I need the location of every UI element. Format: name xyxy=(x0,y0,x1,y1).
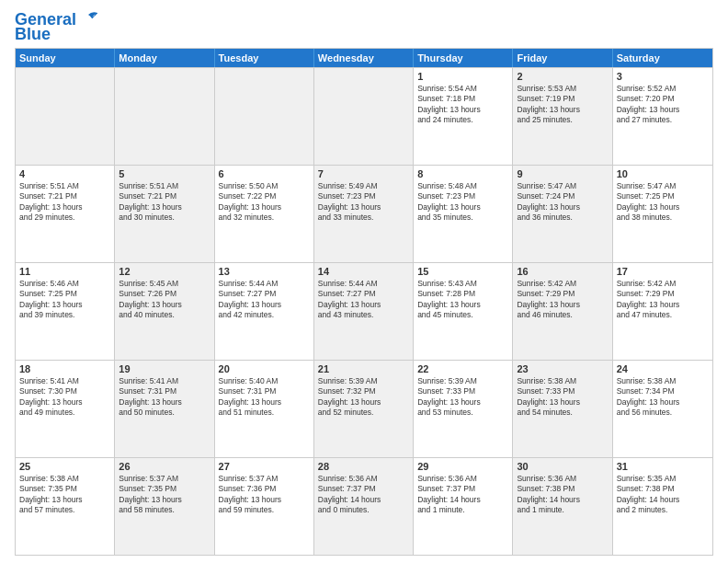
day-info: Sunrise: 5:48 AM Sunset: 7:23 PM Dayligh… xyxy=(417,181,508,224)
day-info: Sunrise: 5:42 AM Sunset: 7:29 PM Dayligh… xyxy=(617,279,709,321)
cal-cell-3-6: 24Sunrise: 5:38 AM Sunset: 7:34 PM Dayli… xyxy=(613,361,712,457)
page: General Blue SundayMondayTuesdayWednesda… xyxy=(0,0,728,563)
day-info: Sunrise: 5:39 AM Sunset: 7:32 PM Dayligh… xyxy=(318,376,409,419)
cal-cell-3-1: 19Sunrise: 5:41 AM Sunset: 7:31 PM Dayli… xyxy=(115,361,214,457)
cal-cell-4-5: 30Sunrise: 5:36 AM Sunset: 7:38 PM Dayli… xyxy=(513,458,612,555)
day-info: Sunrise: 5:41 AM Sunset: 7:30 PM Dayligh… xyxy=(19,376,110,419)
day-number: 5 xyxy=(119,168,210,179)
cal-cell-0-4: 1Sunrise: 5:54 AM Sunset: 7:18 PM Daylig… xyxy=(414,68,513,165)
cal-cell-1-6: 10Sunrise: 5:47 AM Sunset: 7:25 PM Dayli… xyxy=(613,166,712,262)
cal-cell-3-5: 23Sunrise: 5:38 AM Sunset: 7:33 PM Dayli… xyxy=(513,361,612,457)
logo-blue: Blue xyxy=(15,26,51,42)
cal-cell-4-1: 26Sunrise: 5:37 AM Sunset: 7:35 PM Dayli… xyxy=(115,458,214,555)
cal-cell-0-1 xyxy=(115,68,214,165)
cal-cell-4-6: 31Sunrise: 5:35 AM Sunset: 7:38 PM Dayli… xyxy=(613,458,712,555)
week-row-0: 1Sunrise: 5:54 AM Sunset: 7:18 PM Daylig… xyxy=(16,67,712,165)
cal-cell-3-4: 22Sunrise: 5:39 AM Sunset: 7:33 PM Dayli… xyxy=(414,361,513,457)
header-cell-monday: Monday xyxy=(115,49,214,67)
day-info: Sunrise: 5:44 AM Sunset: 7:27 PM Dayligh… xyxy=(318,279,409,321)
cal-cell-1-3: 7Sunrise: 5:49 AM Sunset: 7:23 PM Daylig… xyxy=(314,166,414,262)
day-number: 26 xyxy=(119,461,210,472)
cal-cell-2-0: 11Sunrise: 5:46 AM Sunset: 7:25 PM Dayli… xyxy=(16,263,115,360)
cal-cell-1-4: 8Sunrise: 5:48 AM Sunset: 7:23 PM Daylig… xyxy=(414,166,513,262)
day-number: 10 xyxy=(617,168,709,179)
cal-cell-0-6: 3Sunrise: 5:52 AM Sunset: 7:20 PM Daylig… xyxy=(613,68,712,165)
calendar-header: SundayMondayTuesdayWednesdayThursdayFrid… xyxy=(16,49,712,67)
day-number: 29 xyxy=(417,461,508,472)
day-number: 20 xyxy=(219,363,310,374)
day-number: 15 xyxy=(417,266,508,277)
day-number: 13 xyxy=(219,266,310,277)
cal-cell-2-6: 17Sunrise: 5:42 AM Sunset: 7:29 PM Dayli… xyxy=(613,263,712,360)
cal-cell-3-0: 18Sunrise: 5:41 AM Sunset: 7:30 PM Dayli… xyxy=(16,361,115,457)
cal-cell-2-5: 16Sunrise: 5:42 AM Sunset: 7:29 PM Dayli… xyxy=(513,263,612,360)
day-number: 23 xyxy=(517,363,608,374)
cal-cell-2-4: 15Sunrise: 5:43 AM Sunset: 7:28 PM Dayli… xyxy=(414,263,513,360)
cal-cell-2-1: 12Sunrise: 5:45 AM Sunset: 7:26 PM Dayli… xyxy=(115,263,214,360)
day-number: 16 xyxy=(517,266,608,277)
day-number: 25 xyxy=(19,461,110,472)
day-number: 17 xyxy=(617,266,709,277)
cal-cell-1-1: 5Sunrise: 5:51 AM Sunset: 7:21 PM Daylig… xyxy=(115,166,214,262)
day-number: 4 xyxy=(19,168,110,179)
logo: General Blue xyxy=(15,11,99,42)
day-number: 28 xyxy=(318,461,409,472)
cal-cell-2-2: 13Sunrise: 5:44 AM Sunset: 7:27 PM Dayli… xyxy=(215,263,314,360)
calendar: SundayMondayTuesdayWednesdayThursdayFrid… xyxy=(15,48,713,556)
day-info: Sunrise: 5:50 AM Sunset: 7:22 PM Dayligh… xyxy=(219,181,310,224)
day-number: 6 xyxy=(219,168,310,179)
cal-cell-1-5: 9Sunrise: 5:47 AM Sunset: 7:24 PM Daylig… xyxy=(513,166,612,262)
header-cell-thursday: Thursday xyxy=(414,49,513,67)
day-number: 7 xyxy=(318,168,409,179)
week-row-2: 11Sunrise: 5:46 AM Sunset: 7:25 PM Dayli… xyxy=(16,262,712,360)
header-cell-saturday: Saturday xyxy=(613,49,712,67)
day-info: Sunrise: 5:36 AM Sunset: 7:38 PM Dayligh… xyxy=(517,474,608,516)
header-cell-tuesday: Tuesday xyxy=(215,49,314,67)
day-number: 2 xyxy=(517,71,608,82)
day-number: 1 xyxy=(417,71,508,82)
day-number: 11 xyxy=(19,266,110,277)
logo-bird-icon xyxy=(79,11,99,28)
day-info: Sunrise: 5:52 AM Sunset: 7:20 PM Dayligh… xyxy=(617,84,709,126)
header-cell-sunday: Sunday xyxy=(16,49,115,67)
day-number: 22 xyxy=(417,363,508,374)
cal-cell-0-5: 2Sunrise: 5:53 AM Sunset: 7:19 PM Daylig… xyxy=(513,68,612,165)
week-row-1: 4Sunrise: 5:51 AM Sunset: 7:21 PM Daylig… xyxy=(16,165,712,262)
day-info: Sunrise: 5:40 AM Sunset: 7:31 PM Dayligh… xyxy=(219,376,310,419)
day-info: Sunrise: 5:49 AM Sunset: 7:23 PM Dayligh… xyxy=(318,181,409,224)
day-number: 27 xyxy=(219,461,310,472)
day-info: Sunrise: 5:35 AM Sunset: 7:38 PM Dayligh… xyxy=(617,474,709,516)
day-info: Sunrise: 5:44 AM Sunset: 7:27 PM Dayligh… xyxy=(219,279,310,321)
cal-cell-3-2: 20Sunrise: 5:40 AM Sunset: 7:31 PM Dayli… xyxy=(215,361,314,457)
cal-cell-4-0: 25Sunrise: 5:38 AM Sunset: 7:35 PM Dayli… xyxy=(16,458,115,555)
day-info: Sunrise: 5:51 AM Sunset: 7:21 PM Dayligh… xyxy=(19,181,110,224)
day-info: Sunrise: 5:37 AM Sunset: 7:35 PM Dayligh… xyxy=(119,474,210,516)
day-info: Sunrise: 5:39 AM Sunset: 7:33 PM Dayligh… xyxy=(417,376,508,419)
day-info: Sunrise: 5:53 AM Sunset: 7:19 PM Dayligh… xyxy=(517,84,608,126)
cal-cell-1-0: 4Sunrise: 5:51 AM Sunset: 7:21 PM Daylig… xyxy=(16,166,115,262)
day-info: Sunrise: 5:38 AM Sunset: 7:34 PM Dayligh… xyxy=(617,376,709,419)
day-info: Sunrise: 5:41 AM Sunset: 7:31 PM Dayligh… xyxy=(119,376,210,419)
day-number: 12 xyxy=(119,266,210,277)
day-info: Sunrise: 5:47 AM Sunset: 7:25 PM Dayligh… xyxy=(617,181,709,224)
cal-cell-0-0 xyxy=(16,68,115,165)
header-cell-wednesday: Wednesday xyxy=(314,49,414,67)
day-number: 9 xyxy=(517,168,608,179)
day-number: 14 xyxy=(318,266,409,277)
day-info: Sunrise: 5:54 AM Sunset: 7:18 PM Dayligh… xyxy=(417,84,508,126)
day-info: Sunrise: 5:47 AM Sunset: 7:24 PM Dayligh… xyxy=(517,181,608,224)
day-info: Sunrise: 5:38 AM Sunset: 7:33 PM Dayligh… xyxy=(517,376,608,419)
day-number: 18 xyxy=(19,363,110,374)
cal-cell-3-3: 21Sunrise: 5:39 AM Sunset: 7:32 PM Dayli… xyxy=(314,361,414,457)
day-info: Sunrise: 5:37 AM Sunset: 7:36 PM Dayligh… xyxy=(219,474,310,516)
cal-cell-0-3 xyxy=(314,68,414,165)
cal-cell-2-3: 14Sunrise: 5:44 AM Sunset: 7:27 PM Dayli… xyxy=(314,263,414,360)
day-number: 30 xyxy=(517,461,608,472)
calendar-body: 1Sunrise: 5:54 AM Sunset: 7:18 PM Daylig… xyxy=(16,67,712,555)
day-info: Sunrise: 5:38 AM Sunset: 7:35 PM Dayligh… xyxy=(19,474,110,516)
header: General Blue xyxy=(15,11,713,42)
day-number: 21 xyxy=(318,363,409,374)
day-number: 3 xyxy=(617,71,709,82)
day-number: 24 xyxy=(617,363,709,374)
day-info: Sunrise: 5:46 AM Sunset: 7:25 PM Dayligh… xyxy=(19,279,110,321)
